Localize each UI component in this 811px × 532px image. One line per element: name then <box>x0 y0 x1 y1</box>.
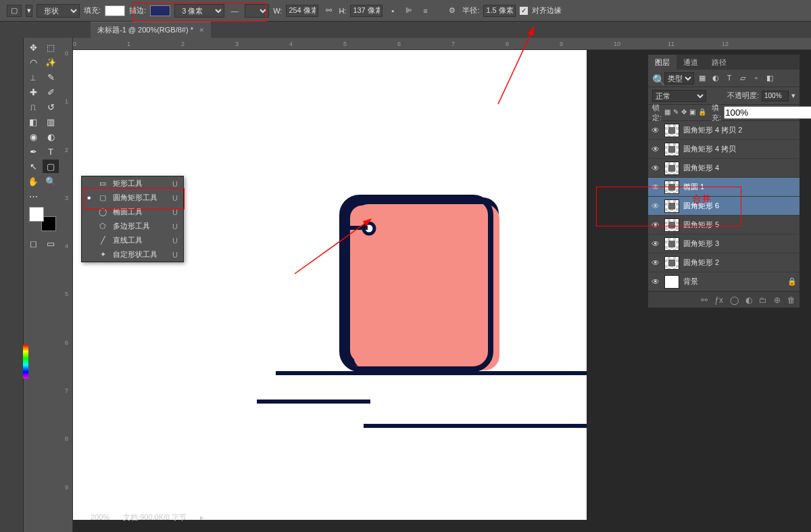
shape-preset-icon[interactable]: ▢ <box>7 5 22 17</box>
move-tool-icon[interactable]: ✥ <box>25 41 41 54</box>
radius-input[interactable] <box>483 5 516 17</box>
opacity-chevron-icon[interactable]: ▾ <box>791 91 795 100</box>
filter-smart-icon[interactable]: ▫ <box>751 74 762 83</box>
flyout-item[interactable]: ▭矩形工具U <box>82 176 183 191</box>
layer-thumbnail[interactable] <box>664 275 679 289</box>
filter-shape-icon[interactable]: ▱ <box>737 74 748 83</box>
layer-thumbnail[interactable] <box>664 199 679 213</box>
hand-tool-icon[interactable]: ✋ <box>25 174 41 188</box>
layer-thumbnail[interactable] <box>664 124 679 137</box>
zoom-tool-icon[interactable]: 🔍 <box>43 174 59 188</box>
eyedropper-tool-icon[interactable]: ✎ <box>43 70 59 84</box>
close-icon[interactable]: × <box>199 26 203 34</box>
visibility-icon[interactable]: 👁 <box>651 164 660 173</box>
gradient-tool-icon[interactable]: ▥ <box>43 115 59 128</box>
layer-row[interactable]: 👁圆角矩形 4 拷贝 2 <box>648 121 800 140</box>
layer-row[interactable]: 👁圆角矩形 6 <box>648 197 800 216</box>
filter-pixel-icon[interactable]: ▦ <box>697 74 708 83</box>
quickmask-icon[interactable]: ◻ <box>25 237 41 250</box>
layer-row[interactable]: 👁圆角矩形 5 <box>648 216 800 235</box>
tab-layers[interactable]: 图层 <box>648 55 677 70</box>
crop-tool-icon[interactable]: ⟂ <box>25 70 41 84</box>
width-input[interactable] <box>286 5 318 17</box>
path-align-icon[interactable]: ⊫ <box>403 5 415 17</box>
misc-tool-icon[interactable]: ⋯ <box>25 189 41 203</box>
visibility-icon[interactable]: 👁 <box>651 145 660 154</box>
link-icon[interactable]: ⚯ <box>322 5 335 17</box>
lock-artboard-icon[interactable]: ▣ <box>689 108 695 118</box>
stroke-style-icon[interactable]: — <box>228 5 241 17</box>
flyout-item[interactable]: ■▢圆角矩形工具U <box>82 191 183 205</box>
marquee-tool-icon[interactable]: ⬚ <box>43 41 59 54</box>
visibility-icon[interactable]: 👁 <box>651 220 660 230</box>
lasso-tool-icon[interactable]: ◠ <box>25 55 41 69</box>
layer-thumbnail[interactable] <box>664 180 679 194</box>
fill-input[interactable] <box>724 106 811 119</box>
new-layer-icon[interactable]: ⊕ <box>774 295 781 305</box>
history-brush-icon[interactable]: ↺ <box>43 100 59 114</box>
visibility-icon[interactable]: 👁 <box>651 258 660 268</box>
pen-tool-icon[interactable]: ✒ <box>25 145 41 158</box>
opacity-input[interactable] <box>762 91 789 101</box>
layer-row[interactable]: 👁圆角矩形 3 <box>648 235 800 253</box>
blend-mode-select[interactable]: 正常 <box>652 90 706 102</box>
height-input[interactable] <box>350 5 383 17</box>
layer-thumbnail[interactable] <box>664 237 679 251</box>
shape-tool-icon[interactable]: ▢ <box>43 160 59 173</box>
lock-transparent-icon[interactable]: ▦ <box>664 108 670 118</box>
visibility-icon[interactable]: 👁 <box>651 183 660 192</box>
lock-position-icon[interactable]: ✥ <box>681 108 687 118</box>
foreground-color-swatch[interactable] <box>29 207 44 222</box>
visibility-icon[interactable]: 👁 <box>651 277 660 287</box>
filter-type-select[interactable]: 类型 <box>664 72 694 84</box>
stroke-swatch[interactable] <box>150 5 170 16</box>
filter-adjust-icon[interactable]: ◐ <box>710 74 721 83</box>
path-select-icon[interactable]: ↖ <box>25 160 41 173</box>
flyout-item[interactable]: ╱直线工具U <box>82 233 183 247</box>
type-tool-icon[interactable]: T <box>43 145 59 158</box>
fx-icon[interactable]: ƒx <box>714 295 723 305</box>
status-chevron-icon[interactable]: ▸ <box>200 513 204 522</box>
filter-type-icon[interactable]: T <box>724 74 735 83</box>
screenmode-icon[interactable]: ▭ <box>43 237 59 250</box>
canvas[interactable] <box>73 50 587 520</box>
document-tab[interactable]: 未标题-1 @ 200%(RGB/8#) * × <box>91 22 211 38</box>
layer-thumbnail[interactable] <box>664 162 679 175</box>
fill-swatch[interactable] <box>105 5 125 16</box>
visibility-icon[interactable]: 👁 <box>651 201 660 211</box>
layer-row[interactable]: 👁圆角矩形 2 <box>648 253 800 272</box>
flyout-item[interactable]: ◯椭圆工具U <box>82 205 183 219</box>
dropdown-icon[interactable]: ▾ <box>26 5 32 17</box>
mask-icon[interactable]: ◯ <box>730 295 739 305</box>
eraser-tool-icon[interactable]: ◧ <box>25 115 41 128</box>
adjustment-icon[interactable]: ◐ <box>745 295 752 305</box>
search-icon[interactable]: 🔍 <box>652 74 662 83</box>
path-combine-icon[interactable]: ▪ <box>387 5 399 17</box>
lock-pixels-icon[interactable]: ✎ <box>673 108 679 118</box>
layer-row[interactable]: 👁背景🔒 <box>648 272 800 291</box>
stroke-options-select[interactable]: — <box>245 4 269 18</box>
layer-thumbnail[interactable] <box>664 218 679 232</box>
lock-all-icon[interactable]: 🔒 <box>698 108 706 118</box>
misc2-tool-icon[interactable] <box>43 189 59 203</box>
layer-row[interactable]: 👁椭圆 1 <box>648 178 800 197</box>
heal-tool-icon[interactable]: ✚ <box>25 85 41 99</box>
visibility-icon[interactable]: 👁 <box>651 239 660 249</box>
shape-mode-select[interactable]: 形状 <box>36 4 80 18</box>
zoom-level[interactable]: 200% <box>91 513 109 521</box>
tab-channels[interactable]: 通道 <box>677 55 705 70</box>
wand-tool-icon[interactable]: ✨ <box>43 55 59 69</box>
delete-layer-icon[interactable]: 🗑 <box>787 295 795 305</box>
visibility-icon[interactable]: 👁 <box>651 126 660 135</box>
group-icon[interactable]: 🗀 <box>759 295 767 305</box>
link-layers-icon[interactable]: ⚯ <box>701 295 708 305</box>
flyout-item[interactable]: ⬠多边形工具U <box>82 219 183 233</box>
gear-icon[interactable]: ⚙ <box>446 5 458 17</box>
dodge-tool-icon[interactable]: ◐ <box>43 130 59 143</box>
flyout-item[interactable]: ✦自定形状工具U <box>82 247 183 262</box>
stamp-tool-icon[interactable]: ⎍ <box>25 100 41 114</box>
brush-tool-icon[interactable]: ✐ <box>43 85 59 99</box>
path-arrange-icon[interactable]: ≡ <box>419 5 431 17</box>
align-edges-checkbox[interactable]: ✓ <box>520 7 528 15</box>
filter-toggle-icon[interactable]: ◧ <box>764 74 775 83</box>
